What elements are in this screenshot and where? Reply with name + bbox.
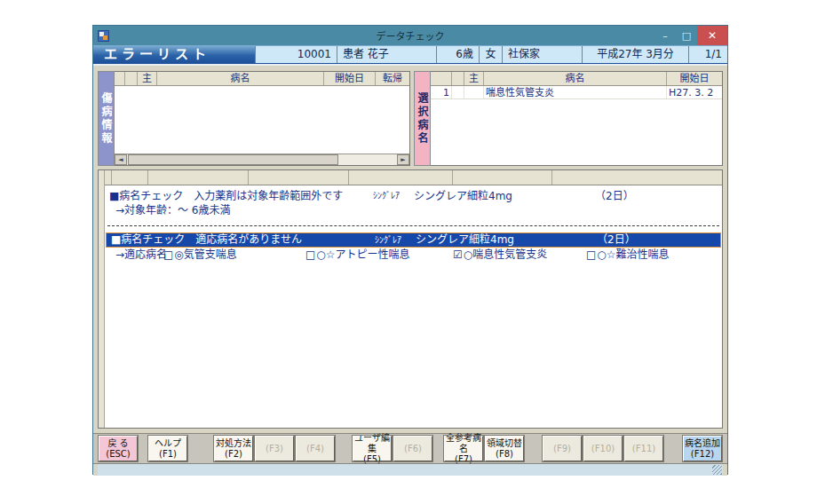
candidate-checkbox-1[interactable]: □◎気管支喘息: [163, 248, 237, 263]
screenshot-page: データチェック – □ ✕ エラーリスト 10001 患者 花子 6歳 女 社保…: [0, 0, 817, 504]
disease-info-scrollbar[interactable]: ◄ ►: [115, 154, 409, 165]
error-entry-row[interactable]: ■病名チェック 入力薬剤は対象年齢範囲外です ｼﾝｸﾞﾚｱ シングレア細粒4mg…: [105, 189, 722, 203]
row-number: 1: [431, 86, 452, 98]
error-list-header: [105, 170, 722, 185]
ecol-1: [105, 170, 112, 185]
f4-button-disabled: (F4): [296, 436, 335, 461]
ecol-5: [349, 170, 453, 185]
fk-key: (F7): [445, 454, 482, 465]
ecol-2: [112, 170, 148, 185]
close-button[interactable]: ✕: [697, 26, 727, 45]
checkbox-icon[interactable]: □: [586, 248, 596, 261]
selected-disease-body: 1 喘息性気管支炎 H27. 3. 2: [431, 86, 722, 165]
candidate-checkbox-3[interactable]: ☑○喘息性気管支炎: [453, 248, 547, 263]
fk-label: 対処方法: [215, 438, 252, 449]
status-bar: [98, 464, 723, 476]
error-message: ■病名チェック 入力薬剤は対象年齢範囲外です: [109, 189, 343, 203]
error-entry-row-selected[interactable]: ■病名チェック 適応病名がありません ｼﾝｸﾞﾚｱ シングレア細粒4mg （2日…: [106, 232, 721, 248]
drug-kana: ｼﾝｸﾞﾚｱ: [375, 233, 401, 247]
row-main: [464, 86, 484, 98]
all-reference-diseases-button[interactable]: 全参考病名 (F7): [444, 436, 483, 461]
fk-key: (F3): [256, 444, 293, 454]
checkbox-icon[interactable]: □: [305, 248, 315, 261]
maximize-button[interactable]: □: [676, 26, 697, 45]
entry-separator: [107, 225, 719, 226]
col-main: 主: [464, 72, 484, 85]
scrollbar-track[interactable]: [127, 154, 397, 165]
window-body: 傷病情報 主 病名 開始日 転帰 ◄: [93, 66, 727, 476]
col-blank: [452, 72, 464, 85]
patient-sex: 女: [479, 46, 502, 63]
col-disease-name: 病名: [157, 72, 324, 85]
f6-button-disabled: (F6): [393, 436, 432, 461]
col-disease-name: 病名: [484, 72, 667, 85]
f10-button-disabled: (F10): [583, 436, 623, 461]
candidate-disease-row: →適応病名 □◎気管支喘息 □○☆アトピー性喘息 ☑○喘息性気管支炎 □○☆難治…: [105, 248, 722, 263]
col-start-date: 開始日: [667, 72, 722, 85]
error-list-panel: ■病名チェック 入力薬剤は対象年齢範囲外です ｼﾝｸﾞﾚｱ シングレア細粒4mg…: [98, 169, 723, 429]
fk-label: ユーザ編集: [353, 433, 391, 454]
scroll-right-arrow-icon[interactable]: ►: [397, 154, 409, 165]
function-key-bar: 戻 る (ESC) ヘルプ (F1) 対処方法 (F2) (F3) (F4): [93, 433, 727, 464]
selected-disease-header: 主 病名 開始日: [431, 72, 722, 86]
selected-disease-label: 選択病名: [414, 71, 431, 166]
disease-info-label: 傷病情報: [98, 71, 115, 166]
row-disease-name: 喘息性気管支炎: [484, 86, 667, 98]
candidate-label: ○喘息性気管支炎: [464, 248, 547, 261]
error-detail: →対象年齢：～ 6歳未満: [105, 203, 722, 218]
drug-name: シングレア細粒4mg: [414, 189, 512, 203]
titlebar[interactable]: データチェック – □ ✕: [93, 26, 727, 45]
disease-info-table[interactable]: 主 病名 開始日 転帰 ◄ ►: [115, 71, 410, 166]
help-button[interactable]: ヘルプ (F1): [148, 436, 187, 461]
scrollbar-thumb[interactable]: [128, 154, 338, 165]
disease-info-body[interactable]: [115, 86, 409, 154]
fk-key: (F8): [486, 449, 523, 460]
window-controls: – □ ✕: [654, 26, 727, 45]
row-start-date: H27. 3. 2: [667, 86, 722, 98]
col-blank1: [115, 72, 125, 85]
candidate-checkbox-2[interactable]: □○☆アトピー性喘息: [305, 248, 410, 263]
drug-days: （2日）: [595, 189, 634, 203]
ecol-7: [552, 170, 722, 185]
back-button[interactable]: 戻 る (ESC): [99, 436, 138, 461]
disease-tables-row: 傷病情報 主 病名 開始日 転帰 ◄: [98, 71, 723, 166]
fk-label: 病名追加: [684, 438, 721, 449]
fk-label: ヘルプ: [149, 438, 186, 449]
ecol-4: [249, 170, 349, 185]
remedy-button[interactable]: 対処方法 (F2): [214, 436, 253, 461]
drug-days: （2日）: [597, 233, 636, 247]
table-row[interactable]: 1 喘息性気管支炎 H27. 3. 2: [431, 86, 722, 99]
checkbox-checked-icon[interactable]: ☑: [453, 248, 463, 261]
fk-key: (F6): [394, 444, 432, 454]
col-start-date: 開始日: [324, 72, 376, 85]
add-disease-button[interactable]: 病名追加 (F12): [683, 436, 722, 461]
patient-age: 6歳: [436, 46, 479, 63]
screen-title: エラーリスト: [93, 45, 255, 64]
row-blank: [452, 86, 464, 98]
disease-info-header: 主 病名 開始日 転帰: [115, 72, 409, 86]
fk-label: 戻 る: [99, 438, 137, 449]
candidate-checkbox-4[interactable]: □○☆難治性喘息: [586, 248, 670, 263]
candidate-label: ◎気管支喘息: [174, 248, 236, 261]
patient-id: 10001: [255, 46, 337, 63]
candidate-row-label: →適応病名: [115, 248, 167, 263]
window-title: データチェック: [93, 28, 727, 43]
fk-key: (ESC): [99, 449, 137, 460]
col-blank2: [125, 72, 138, 85]
scroll-left-arrow-icon[interactable]: ◄: [115, 154, 127, 165]
user-edit-button[interactable]: ユーザ編集 (F5): [353, 436, 392, 461]
f9-button-disabled: (F9): [543, 436, 582, 461]
fk-key: (F9): [543, 444, 581, 454]
area-switch-button[interactable]: 領域切替 (F8): [485, 436, 524, 461]
data-check-window: データチェック – □ ✕ エラーリスト 10001 患者 花子 6歳 女 社保…: [92, 25, 728, 475]
col-main: 主: [138, 72, 157, 85]
checkbox-icon[interactable]: □: [163, 248, 173, 261]
ecol-3: [148, 170, 249, 185]
minimize-button[interactable]: –: [654, 26, 676, 45]
selected-disease-table[interactable]: 主 病名 開始日 1 喘息性気管支炎 H27. 3. 2: [431, 71, 723, 166]
fk-key: (F5): [353, 454, 391, 465]
error-message: ■病名チェック 適応病名がありません: [111, 233, 302, 247]
insurance-type: 社保家: [502, 46, 582, 63]
fk-key: (F10): [584, 444, 622, 454]
resize-grip-icon[interactable]: [712, 465, 722, 475]
